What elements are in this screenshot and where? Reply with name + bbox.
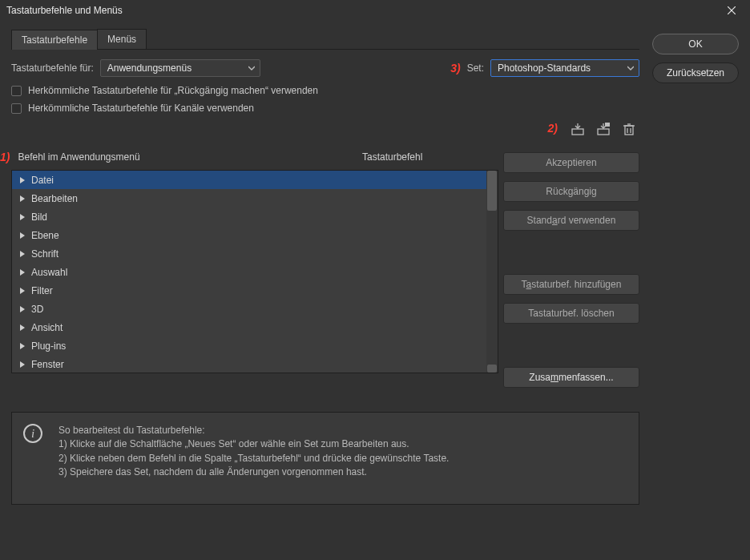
accept-button[interactable]: Akzeptieren [503,152,639,173]
chevron-right-icon [20,269,31,276]
reset-button[interactable]: Zurücksetzen [652,62,739,83]
trash-icon[interactable] [622,122,636,136]
svg-rect-5 [625,126,633,135]
column-command-header: Befehl im Anwendungsmenü [18,151,359,163]
svg-marker-12 [20,214,25,220]
list-item[interactable]: Fenster [12,355,486,373]
svg-marker-20 [20,361,25,368]
annotation-2: 2) [548,122,558,136]
svg-marker-16 [20,288,25,294]
chevron-right-icon [20,288,31,294]
tabstrip: Tastaturbefehle Menüs [11,29,639,50]
shortcuts-for-label: Tastaturbefehle für: [11,62,94,74]
scrollbar[interactable] [486,171,498,373]
chevron-right-icon [20,214,31,220]
list-item-label: Ansicht [31,322,62,333]
close-icon[interactable] [720,2,744,18]
list-item-label: Datei [31,175,54,186]
list-item[interactable]: Datei [12,171,486,189]
info-panel: i So bearbeitest du Tastaturbefehle: 1) … [11,412,639,505]
list-item-label: Auswahl [31,267,67,278]
chevron-right-icon [20,306,31,312]
svg-rect-3 [598,129,609,135]
tab-menus[interactable]: Menüs [97,29,147,49]
list-item-label: Schrift [31,248,58,260]
titlebar: Tastaturbefehle und Menüs [0,0,750,21]
checkbox-legacy-channels-label: Herkömmliche Tastaturbefehle für Kanäle … [28,103,254,114]
info-icon: i [23,424,42,443]
chevron-right-icon [20,324,31,331]
shortcuts-for-value: Anwendungsmenüs [107,62,192,74]
svg-marker-14 [20,251,25,257]
summarize-button[interactable]: Zusammenfassen... [503,367,639,388]
list-item[interactable]: Plug-ins [12,336,486,355]
svg-marker-10 [20,177,25,183]
checkbox-legacy-undo-label: Herkömmliche Tastaturbefehle für „Rückgä… [28,85,318,96]
svg-marker-11 [20,195,25,202]
svg-marker-17 [20,306,25,312]
new-set-icon[interactable] [596,122,611,136]
chevron-right-icon [20,361,31,368]
svg-marker-15 [20,269,25,276]
list-item-label: Bearbeiten [31,193,78,204]
list-item[interactable]: Ansicht [12,318,486,336]
svg-marker-19 [20,343,25,349]
info-line-1: 1) Klicke auf die Schaltfläche „Neues Se… [58,437,449,451]
shortcuts-for-select[interactable]: Anwendungsmenüs [100,59,260,77]
window-title: Tastaturbefehle und Menüs [6,5,123,16]
annotation-3: 3) [450,62,460,75]
info-line-2: 2) Klicke neben dem Befehl in die Spalte… [58,452,449,465]
info-line-3: 3) Speichere das Set, nachdem du alle Än… [58,465,449,479]
list-item-label: Fenster [31,359,64,370]
list-item[interactable]: Filter [12,281,486,300]
checkbox-legacy-undo[interactable] [11,86,22,96]
add-shortcut-button[interactable]: Tastaturbef. hinzufügen [503,274,639,295]
chevron-right-icon [20,177,31,183]
svg-marker-18 [20,324,25,331]
command-list: DateiBearbeitenBildEbeneSchriftAuswahlFi… [11,170,498,373]
delete-shortcut-button[interactable]: Tastaturbef. löschen [503,303,639,324]
tab-shortcuts[interactable]: Tastaturbefehle [11,30,98,50]
list-item[interactable]: Bild [12,207,486,226]
list-item-label: Ebene [31,230,59,241]
undo-button[interactable]: Rückgängig [503,181,639,202]
column-shortcut-header: Tastaturbefehl [362,151,498,163]
chevron-right-icon [20,251,31,257]
checkbox-legacy-channels[interactable] [11,103,22,114]
chevron-down-icon [248,62,255,74]
svg-marker-13 [20,232,25,239]
ok-button[interactable]: OK [652,34,739,54]
chevron-right-icon [20,195,31,202]
chevron-down-icon [627,62,634,74]
list-item-label: Plug-ins [31,340,66,352]
svg-rect-2 [572,129,583,135]
scrollbar-thumb[interactable] [487,365,497,373]
set-select[interactable]: Photoshop-Standards [490,59,639,77]
use-default-button[interactable]: Standard verwenden [503,210,639,231]
scrollbar-thumb[interactable] [487,171,497,211]
list-item[interactable]: 3D [12,300,486,318]
list-item[interactable]: Ebene [12,226,486,244]
list-item-label: Filter [31,285,53,296]
list-item-label: Bild [31,212,47,223]
save-set-icon[interactable] [571,122,585,136]
chevron-right-icon [20,232,31,239]
list-item[interactable]: Schrift [12,244,486,263]
set-label: Set: [467,62,484,74]
list-item[interactable]: Bearbeiten [12,189,486,207]
set-value: Photoshop-Standards [498,62,591,74]
list-item-label: 3D [31,304,43,315]
svg-rect-4 [605,123,610,127]
annotation-1: 1) [0,151,10,163]
list-item[interactable]: Auswahl [12,263,486,281]
chevron-right-icon [20,343,31,349]
info-title: So bearbeitest du Tastaturbefehle: [58,424,449,437]
